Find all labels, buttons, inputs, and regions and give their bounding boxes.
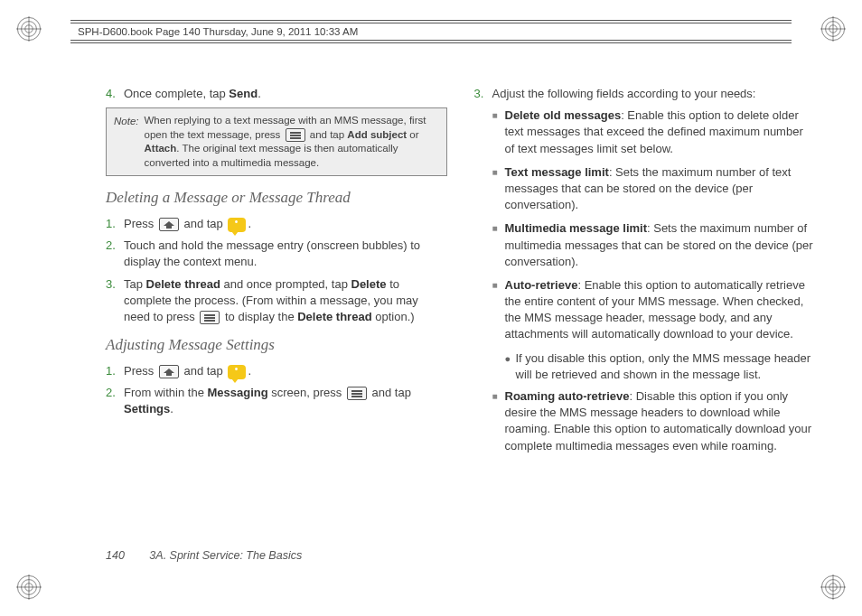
- adjust-step-3: 3. Adjust the following fields according…: [474, 86, 816, 102]
- bullet-mms-limit: ■ Multimedia message limit: Sets the max…: [492, 220, 816, 270]
- registration-mark-icon: [16, 16, 42, 42]
- registration-mark-icon: [820, 16, 846, 42]
- bullet-text-limit: ■ Text message limit: Sets the maximum n…: [492, 164, 816, 214]
- registration-mark-icon: [16, 574, 42, 600]
- home-icon: [159, 365, 179, 378]
- header-text: SPH-D600.book Page 140 Thursday, June 9,…: [70, 23, 792, 40]
- menu-icon: [286, 128, 305, 142]
- registration-mark-icon: [820, 574, 846, 600]
- bullet-roaming-auto-retrieve: ■ Roaming auto-retrieve: Disable this op…: [492, 388, 816, 454]
- section-title: 3A. Sprint Service: The Basics: [149, 549, 302, 562]
- print-header: SPH-D600.book Page 140 Thursday, June 9,…: [70, 20, 792, 43]
- adjust-step-2: 2. From within the Messaging screen, pre…: [106, 385, 447, 417]
- note-label: Note:: [114, 114, 139, 170]
- page-footer: 140 3A. Sprint Service: The Basics: [106, 549, 302, 562]
- heading-adjusting: Adjusting Message Settings: [106, 334, 447, 356]
- left-column: 4. Once complete, tap Send. Note: When r…: [106, 86, 447, 564]
- messaging-icon: [228, 365, 246, 379]
- step-4: 4. Once complete, tap Send.: [106, 86, 447, 102]
- note-box: Note: When replying to a text message wi…: [106, 107, 447, 176]
- delete-step-1: 1. Press and tap .: [106, 216, 447, 232]
- delete-step-3: 3. Tap Delete thread and once prompted, …: [106, 276, 447, 326]
- delete-step-2: 2. Touch and hold the message entry (ons…: [106, 238, 447, 270]
- menu-icon: [347, 387, 367, 400]
- sub-bullet-auto-retrieve-note: ● If you disable this option, only the M…: [505, 350, 816, 383]
- page-number: 140: [106, 549, 125, 562]
- menu-icon: [200, 311, 220, 324]
- home-icon: [159, 218, 179, 231]
- right-column: 3. Adjust the following fields according…: [474, 86, 816, 564]
- heading-deleting: Deleting a Message or Message Thread: [106, 187, 447, 209]
- messaging-icon: [228, 218, 246, 232]
- page-content: 4. Once complete, tap Send. Note: When r…: [106, 86, 815, 564]
- bullet-auto-retrieve: ■ Auto-retrieve: Enable this option to a…: [492, 277, 816, 343]
- adjust-step-1: 1. Press and tap .: [106, 363, 447, 379]
- bullet-delete-old: ■ Delete old messages: Enable this optio…: [492, 107, 816, 157]
